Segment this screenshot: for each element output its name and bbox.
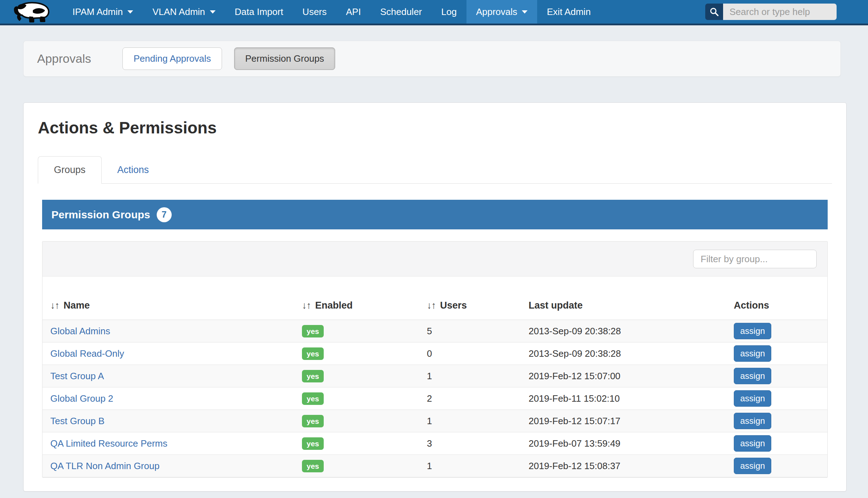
users-count: 5 [427, 326, 432, 336]
table-row: Global Group 2 yes 2 2019-Feb-11 15:02:1… [42, 387, 827, 410]
table-row: Test Group B yes 1 2019-Feb-12 15:07:17 … [42, 410, 827, 432]
filter-input[interactable] [693, 250, 817, 268]
tab-actions[interactable]: Actions [102, 157, 165, 183]
assign-button[interactable]: assign [734, 345, 771, 362]
last-update: 2013-Sep-09 20:38:28 [529, 348, 621, 359]
nav-item-label: Scheduler [380, 6, 422, 17]
group-name-link[interactable]: QA Limited Resource Perms [50, 438, 167, 449]
nav-item-label: IPAM Admin [72, 6, 123, 17]
enabled-badge: yes [302, 370, 324, 382]
tab-groups[interactable]: Groups [38, 156, 102, 184]
nav-item-label: Log [441, 6, 456, 17]
table-row: QA TLR Non Admin Group yes 1 2019-Feb-12… [42, 455, 827, 477]
sort-icon[interactable]: ↓↑ [427, 300, 436, 311]
nav-item-label: VLAN Admin [152, 6, 205, 17]
nav-item-label: API [346, 6, 361, 17]
group-name-link[interactable]: Test Group A [50, 371, 104, 381]
nav-item[interactable]: Users [293, 0, 336, 24]
approvals-header-bar: Approvals Pending Approvals Permission G… [23, 41, 841, 77]
column-header[interactable]: Last update [521, 276, 726, 320]
last-update: 2019-Feb-12 15:08:37 [529, 461, 620, 471]
nav-menu: IPAM Admin VLAN Admin Data Import Users … [63, 0, 600, 24]
group-name-link[interactable]: Test Group B [50, 416, 105, 426]
last-update: 2019-Feb-07 13:59:49 [529, 438, 620, 449]
nav-item[interactable]: IPAM Admin [63, 0, 143, 24]
search-input[interactable] [723, 4, 837, 20]
nav-item[interactable]: Approvals [466, 0, 538, 24]
chevron-down-icon [210, 10, 216, 14]
panel-title: Actions & Permissions [38, 118, 832, 137]
column-header-label: Enabled [315, 300, 353, 311]
column-header[interactable]: ↓↑Users [419, 276, 521, 320]
chevron-down-icon [522, 10, 528, 14]
group-name-link[interactable]: QA TLR Non Admin Group [50, 461, 160, 471]
search-button[interactable] [705, 4, 723, 20]
nav-item[interactable]: Data Import [225, 0, 293, 24]
group-name-link[interactable]: Global Admins [50, 326, 110, 336]
group-count-badge: 7 [157, 207, 172, 222]
permission-groups-button[interactable]: Permission Groups [234, 47, 335, 70]
assign-button[interactable]: assign [734, 368, 771, 384]
table-row: Test Group A yes 1 2019-Feb-12 15:07:00 … [42, 365, 827, 387]
search-icon [709, 7, 719, 17]
nav-item[interactable]: VLAN Admin [143, 0, 225, 24]
last-update: 2013-Sep-09 20:38:28 [529, 326, 621, 336]
enabled-badge: yes [302, 460, 324, 472]
enabled-badge: yes [302, 415, 324, 427]
assign-button[interactable]: assign [734, 458, 771, 474]
assign-button[interactable]: assign [734, 323, 771, 339]
assign-button[interactable]: assign [734, 413, 771, 429]
chevron-down-icon [127, 10, 133, 14]
nav-search [705, 4, 837, 20]
page-title: Approvals [37, 52, 91, 66]
screen: IPAM Admin VLAN Admin Data Import Users … [0, 0, 868, 498]
nav-item[interactable]: Scheduler [370, 0, 432, 24]
table-row: Global Read-Only yes 0 2013-Sep-09 20:38… [42, 342, 827, 365]
table-body: Global Admins yes 5 2013-Sep-09 20:38:28… [42, 320, 827, 477]
table-header-row: ↓↑Name ↓↑Enabled ↓↑Users Last update Act… [42, 276, 827, 320]
top-navbar: IPAM Admin VLAN Admin Data Import Users … [0, 0, 868, 25]
elephant-logo-icon [11, 1, 52, 22]
enabled-badge: yes [302, 347, 324, 360]
sort-icon[interactable]: ↓↑ [50, 300, 59, 311]
tab-bar: Groups Actions [38, 156, 832, 184]
assign-button[interactable]: assign [734, 435, 771, 452]
last-update: 2019-Feb-12 15:07:00 [529, 371, 620, 381]
enabled-badge: yes [302, 392, 324, 405]
nav-item-label: Users [302, 6, 327, 17]
app-logo[interactable] [0, 0, 63, 24]
table-row: QA Limited Resource Perms yes 3 2019-Feb… [42, 432, 827, 455]
enabled-badge: yes [302, 437, 324, 450]
nav-item[interactable]: API [336, 0, 370, 24]
users-count: 1 [427, 416, 432, 426]
main-panel: Actions & Permissions Groups Actions Per… [23, 102, 847, 492]
nav-item[interactable]: Exit Admin [537, 0, 600, 24]
nav-item-label: Exit Admin [547, 6, 591, 17]
users-count: 0 [427, 348, 432, 359]
widget-title: Permission Groups [51, 209, 150, 221]
users-count: 2 [427, 393, 432, 404]
last-update: 2019-Feb-11 15:02:10 [529, 393, 620, 404]
column-header[interactable]: ↓↑Enabled [294, 276, 419, 320]
assign-button[interactable]: assign [734, 390, 771, 407]
column-header[interactable]: Actions [726, 276, 827, 320]
sort-icon[interactable]: ↓↑ [302, 300, 311, 311]
column-header[interactable]: ↓↑Name [42, 276, 294, 320]
groups-table-container: ↓↑Name ↓↑Enabled ↓↑Users Last update Act… [42, 241, 828, 478]
nav-item-label: Data Import [235, 6, 283, 17]
table-toolbar [42, 242, 827, 276]
table-row: Global Admins yes 5 2013-Sep-09 20:38:28… [42, 320, 827, 342]
group-name-link[interactable]: Global Group 2 [50, 393, 113, 404]
permission-groups-table: ↓↑Name ↓↑Enabled ↓↑Users Last update Act… [42, 276, 827, 477]
users-count: 1 [427, 461, 432, 471]
column-header-label: Name [64, 300, 90, 311]
column-header-label: Users [440, 300, 467, 311]
last-update: 2019-Feb-12 15:07:17 [529, 416, 620, 426]
widget-header: Permission Groups 7 [42, 200, 828, 229]
users-count: 1 [427, 371, 432, 381]
column-header-label: Actions [734, 300, 769, 311]
pending-approvals-button[interactable]: Pending Approvals [122, 47, 222, 70]
nav-item[interactable]: Log [432, 0, 466, 24]
nav-item-label: Approvals [476, 6, 518, 17]
group-name-link[interactable]: Global Read-Only [50, 348, 124, 359]
